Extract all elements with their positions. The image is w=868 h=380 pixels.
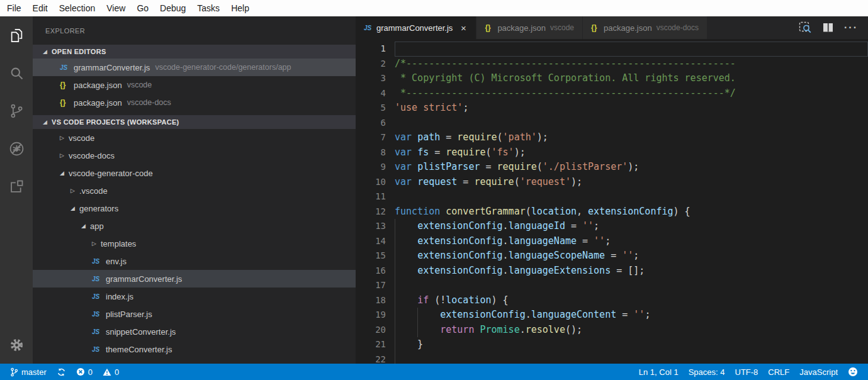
workspace-label: VS CODE PROJECTS (WORKSPACE) <box>52 118 179 126</box>
status-errors[interactable]: 0 <box>71 364 98 380</box>
line-content: } <box>395 337 423 352</box>
open-editor-description: vscode-generator-code/generators/app <box>155 63 291 72</box>
tab-package.json-vscode-docs[interactable]: {}package.jsonvscode-docs <box>583 16 707 39</box>
line-number: 5 <box>356 101 386 116</box>
js-file-icon: JS <box>92 276 106 282</box>
tree-item-themeConverter.js[interactable]: JSthemeConverter.js <box>33 340 356 358</box>
open-editors-header[interactable]: ◢ OPEN EDITORS <box>33 45 356 59</box>
tree-item-snippetConverter.js[interactable]: JSsnippetConverter.js <box>33 323 356 340</box>
open-editor-grammarConverter.js[interactable]: JSgrammarConverter.jsvscode-generator-co… <box>33 59 356 76</box>
tree-item-label: index.js <box>106 292 133 301</box>
status-warnings[interactable]: 0 <box>98 364 124 380</box>
close-icon[interactable]: × <box>459 23 468 33</box>
tree-item-vscode-generator-code[interactable]: ◢vscode-generator-code <box>33 164 356 182</box>
workspace-header[interactable]: ◢ VS CODE PROJECTS (WORKSPACE) <box>33 115 356 129</box>
open-editor-package.json[interactable]: {}package.jsonvscode-docs <box>33 94 356 111</box>
code-line-18[interactable]: 18 if (!location) { <box>356 293 868 308</box>
tree-item-generators[interactable]: ◢generators <box>33 199 356 217</box>
menu-go[interactable]: Go <box>131 0 154 16</box>
activity-extensions[interactable] <box>0 167 33 205</box>
code-line-6[interactable]: 6 <box>356 116 868 131</box>
line-number: 3 <box>356 71 386 86</box>
code-line-21[interactable]: 21 } <box>356 337 868 352</box>
menu-selection[interactable]: Selection <box>54 0 101 16</box>
code-line-3[interactable]: 3 * Copyright (C) Microsoft Corporation.… <box>356 71 868 86</box>
code-line-10[interactable]: 10var request = require('request'); <box>356 175 868 190</box>
menu-debug[interactable]: Debug <box>154 0 191 16</box>
code-line-9[interactable]: 9var plistParser = require('./plistParse… <box>356 160 868 175</box>
activity-search[interactable] <box>0 54 33 92</box>
activity-bar <box>0 16 33 364</box>
activity-debug[interactable] <box>0 130 33 167</box>
code-line-4[interactable]: 4 *-------------------------------------… <box>356 86 868 101</box>
indent-guide <box>417 323 418 338</box>
split-editor-button[interactable] <box>822 22 835 33</box>
code-line-19[interactable]: 19 extensionConfig.languageContent = ''; <box>356 308 868 323</box>
tree-item-index.js[interactable]: JSindex.js <box>33 288 356 305</box>
tree-item-plistParser.js[interactable]: JSplistParser.js <box>33 305 356 323</box>
line-content: extensionConfig.languageContent = ''; <box>395 308 650 323</box>
code-line-14[interactable]: 14 extensionConfig.languageName = ''; <box>356 234 868 249</box>
feedback-smiley-icon <box>848 367 858 377</box>
tree-item-app[interactable]: ◢app <box>33 217 356 235</box>
code-line-17[interactable]: 17 <box>356 278 868 293</box>
code-line-12[interactable]: 12function convertGrammar(location, exte… <box>356 204 868 220</box>
open-editor-package.json[interactable]: {}package.jsonvscode <box>33 76 356 94</box>
status-encoding[interactable]: UTF-8 <box>730 364 764 380</box>
status-eol[interactable]: CRLF <box>763 364 794 380</box>
line-content: * Copyright (C) Microsoft Corporation. A… <box>395 71 736 86</box>
status-language-mode[interactable]: JavaScript <box>794 364 843 380</box>
code-line-16[interactable]: 16 extensionConfig.languageExtensions = … <box>356 264 868 279</box>
find-in-file-button[interactable] <box>799 21 813 34</box>
line-number: 16 <box>356 264 386 279</box>
indent-guide <box>395 352 395 364</box>
tree-item-env.js[interactable]: JSenv.js <box>33 252 356 270</box>
indent-guide <box>395 308 395 323</box>
workbench: EXPLORER ◢ OPEN EDITORS JSgrammarConvert… <box>0 16 868 364</box>
code-line-8[interactable]: 8var fs = require('fs'); <box>356 145 868 160</box>
status-encoding-label: UTF-8 <box>735 367 758 377</box>
code-line-13[interactable]: 13 extensionConfig.languageId = ''; <box>356 219 868 234</box>
more-actions-button[interactable]: ··· <box>844 22 858 33</box>
code-line-5[interactable]: 5'use strict'; <box>356 101 868 116</box>
code-line-7[interactable]: 7var path = require('path'); <box>356 130 868 145</box>
tree-item-grammarConverter.js[interactable]: JSgrammarConverter.js <box>33 270 356 288</box>
tree-item-templates[interactable]: ▷templates <box>33 235 356 252</box>
activity-explorer[interactable] <box>0 16 33 54</box>
status-bar: master00 Ln 1, Col 1Spaces: 4UTF-8CRLFJa… <box>0 364 868 380</box>
status-indentation[interactable]: Spaces: 4 <box>684 364 730 380</box>
menu-help[interactable]: Help <box>225 0 255 16</box>
activity-source-control[interactable] <box>0 92 33 130</box>
tree-item-.vscode[interactable]: ▷.vscode <box>33 182 356 199</box>
tree-item-vscode[interactable]: ▷vscode <box>33 129 356 147</box>
code-line-15[interactable]: 15 extensionConfig.languageScopeName = '… <box>356 249 868 264</box>
status-sync[interactable] <box>52 364 71 380</box>
status-cursor-position-label: Ln 1, Col 1 <box>639 367 679 377</box>
tab-grammarConverter.js[interactable]: JSgrammarConverter.js× <box>356 16 476 39</box>
tree-item-validator.js[interactable]: JSvalidator.js <box>33 358 356 364</box>
indent-guide <box>395 278 395 293</box>
tree-item-vscode-docs[interactable]: ▷vscode-docs <box>33 147 356 164</box>
status-cursor-position[interactable]: Ln 1, Col 1 <box>634 364 684 380</box>
line-number: 10 <box>356 175 386 190</box>
split-editor-icon <box>822 22 835 33</box>
code-editor[interactable]: 12/*------------------------------------… <box>356 39 868 364</box>
menu-edit[interactable]: Edit <box>27 0 54 16</box>
code-line-1[interactable]: 1 <box>356 42 868 57</box>
tab-package.json-vscode[interactable]: {}package.jsonvscode <box>476 16 583 39</box>
code-line-20[interactable]: 20 return Promise.resolve(); <box>356 323 868 338</box>
activity-settings[interactable] <box>0 326 33 364</box>
status-feedback[interactable] <box>843 364 863 380</box>
code-line-22[interactable]: 22 <box>356 352 868 364</box>
line-number: 2 <box>356 57 386 72</box>
git-branch-icon <box>10 367 18 377</box>
menu-tasks[interactable]: Tasks <box>191 0 225 16</box>
status-eol-label: CRLF <box>768 367 789 377</box>
status-branch[interactable]: master <box>5 364 52 380</box>
menu-file[interactable]: File <box>1 0 27 16</box>
code-line-2[interactable]: 2/*-------------------------------------… <box>356 57 868 72</box>
code-line-11[interactable]: 11 <box>356 189 868 204</box>
line-content: var path = require('path'); <box>395 130 548 145</box>
line-number: 17 <box>356 278 386 293</box>
menu-view[interactable]: View <box>101 0 131 16</box>
